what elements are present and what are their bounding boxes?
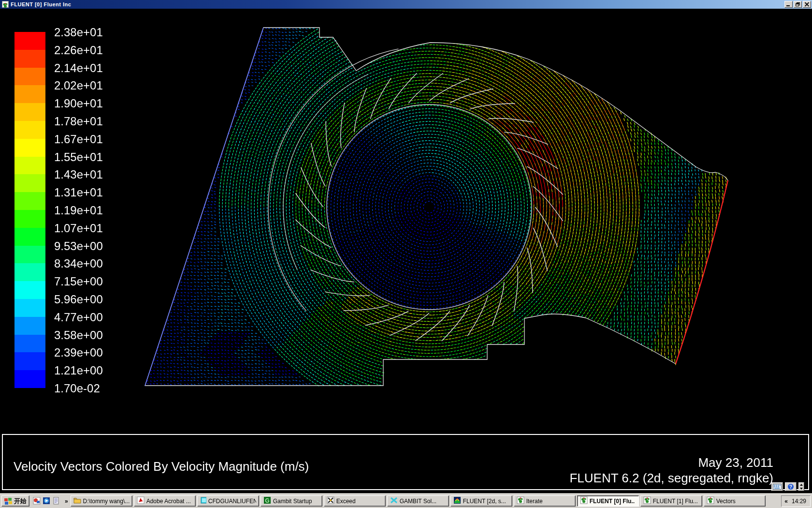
start-button[interactable]: 开始 — [1, 495, 29, 507]
svg-text:?: ? — [789, 484, 792, 490]
tray-hide-chevron[interactable]: « — [784, 498, 788, 505]
fluent-icon — [707, 496, 714, 506]
legend-color-band — [14, 121, 45, 139]
close-button[interactable] — [803, 1, 811, 8]
legend-color-band — [14, 228, 45, 246]
legend-value: 1.21e+00 — [54, 364, 103, 376]
window-title: FLUENT [0] Fluent Inc — [11, 1, 71, 7]
legend-value: 9.53e+00 — [54, 239, 103, 252]
legend-value: 2.02e+01 — [54, 79, 103, 91]
legend-color-band — [14, 139, 45, 157]
minimize-button[interactable] — [784, 1, 793, 8]
legend-color-band — [14, 246, 45, 264]
legend-color-band — [14, 317, 45, 335]
language-bar: ? — [771, 482, 804, 492]
title-bar: FLUENT [0] Fluent Inc — [0, 0, 812, 9]
legend-value: 1.19e+01 — [54, 204, 103, 216]
langbar-scroll-arrows[interactable] — [798, 482, 804, 491]
legend-color-band — [14, 263, 45, 281]
legend-color-band — [14, 352, 45, 370]
legend-value: 8.34e+00 — [54, 257, 103, 269]
taskbar-button-adobe-acrobat-[interactable]: Adobe Acrobat ... — [134, 495, 196, 507]
taskbar-button-cfdguanliufeng-[interactable]: CFDGUANLIUFENG... — [197, 495, 259, 507]
legend-color-band — [14, 192, 45, 210]
taskbar-button-label: Exceed — [336, 498, 356, 505]
legend-value: 5.96e+00 — [54, 293, 103, 305]
legend-color-band — [14, 370, 45, 388]
taskbar-button-exceed[interactable]: Exceed — [324, 495, 386, 507]
taskbar-button-label: D:\tommy wang\... — [83, 498, 130, 505]
tray-clock: 14:29 — [792, 498, 806, 505]
taskbar-button-vectors[interactable]: Vectors — [704, 495, 766, 507]
legend-color-band — [14, 174, 45, 192]
taskbar: 开始 » D:\tommy wang\...Adobe Acrobat ...C… — [0, 493, 812, 508]
system-tray: « 14:29 — [781, 495, 811, 507]
taskbar-button-label: CFDGUANLIUFENG... — [208, 498, 256, 505]
taskbar-button-label: FLUENT [1] Flu... — [653, 498, 698, 505]
folder-icon — [73, 496, 81, 506]
acrobat-icon — [137, 496, 145, 506]
quicklaunch-overflow-chevron[interactable]: » — [64, 498, 69, 505]
gambit-x-icon — [390, 496, 398, 506]
legend-color-band — [14, 281, 45, 299]
legend-color-band — [14, 50, 45, 68]
restore-button[interactable] — [794, 1, 802, 8]
legend-color-band — [14, 85, 45, 103]
legend-value: 1.07e+01 — [54, 222, 103, 234]
legend-color-band — [14, 103, 45, 121]
legend-value: 1.55e+01 — [54, 150, 103, 163]
legend-color-band — [14, 32, 45, 50]
media-blue-icon[interactable] — [43, 497, 51, 505]
plot-date: May 23, 2011 — [698, 455, 773, 470]
help-icon[interactable]: ? — [785, 482, 797, 491]
notes-icon[interactable] — [52, 497, 60, 505]
legend-value: 7.15e+00 — [54, 275, 103, 287]
taskbar-button-label: Gambit Startup — [273, 498, 312, 505]
legend-value: 4.77e+00 — [54, 311, 103, 323]
exceed-icon — [327, 496, 334, 506]
legend-color-band — [14, 68, 45, 86]
legend-value: 1.90e+01 — [54, 97, 103, 109]
legend-color-band — [14, 335, 45, 353]
legend-value: 3.58e+00 — [54, 329, 103, 341]
caption-box: Velocity Vectors Colored By Velocity Mag… — [2, 434, 809, 490]
legend-colorbar — [14, 32, 45, 388]
taskbar-button-label: Adobe Acrobat ... — [146, 498, 191, 505]
legend-value: 1.31e+01 — [54, 186, 103, 198]
plot-title: Velocity Vectors Colored By Velocity Mag… — [14, 459, 309, 474]
legend-color-band — [14, 299, 45, 317]
taskbar-button-label: Iterate — [526, 498, 543, 505]
taskbar-button-gambit-startup[interactable]: GGambit Startup — [261, 495, 322, 507]
legend-value: 2.38e+01 — [54, 26, 103, 38]
legend-value: 1.78e+01 — [54, 115, 103, 127]
legend-color-band — [14, 210, 45, 228]
taskbar-button-label: FLUENT [0] Flu.. — [590, 498, 635, 505]
legend-value: 2.39e+00 — [54, 346, 103, 359]
taskbar-button-d-tommy-wang-[interactable]: D:\tommy wang\... — [71, 495, 132, 507]
taskbar-button-fluent-2d-s-[interactable]: FLUENT [2d, s... — [450, 495, 512, 507]
fluent-graphics-window: FLUENT [0] Fluent Inc 2.38e+012.26e+012.… — [0, 0, 812, 508]
legend-value: 2.26e+01 — [54, 44, 103, 56]
fluent-color-icon — [453, 496, 461, 506]
media-red-icon[interactable] — [33, 497, 41, 505]
taskbar-button-label: Vectors — [716, 498, 736, 505]
fluent-icon — [580, 496, 588, 506]
taskbar-button-fluent-1-flu-[interactable]: FLUENT [1] Flu... — [640, 495, 702, 507]
fluent-icon — [643, 496, 651, 506]
windows-logo-icon — [4, 498, 12, 505]
taskbar-button-label: GAMBIT Sol... — [400, 498, 436, 505]
legend-value: 2.14e+01 — [54, 61, 103, 74]
start-label: 开始 — [14, 497, 27, 506]
taskbar-button-iterate[interactable]: Iterate — [514, 495, 576, 507]
taskbar-button-gambit-sol-[interactable]: GAMBIT Sol... — [387, 495, 449, 507]
quick-launch — [31, 497, 62, 505]
legend-color-band — [14, 157, 45, 175]
cfd-doc-icon — [200, 496, 206, 506]
taskbar-button-fluent-0-flu-[interactable]: FLUENT [0] Flu.. — [577, 495, 639, 507]
gambit-g-icon: G — [263, 496, 271, 506]
fluent-icon — [517, 496, 524, 506]
solver-version: FLUENT 6.2 (2d, segregated, rngke) — [569, 471, 773, 486]
keyboard-icon[interactable] — [771, 482, 783, 491]
taskbar-button-label: FLUENT [2d, s... — [463, 498, 506, 505]
legend-value: 1.70e-02 — [54, 382, 100, 394]
